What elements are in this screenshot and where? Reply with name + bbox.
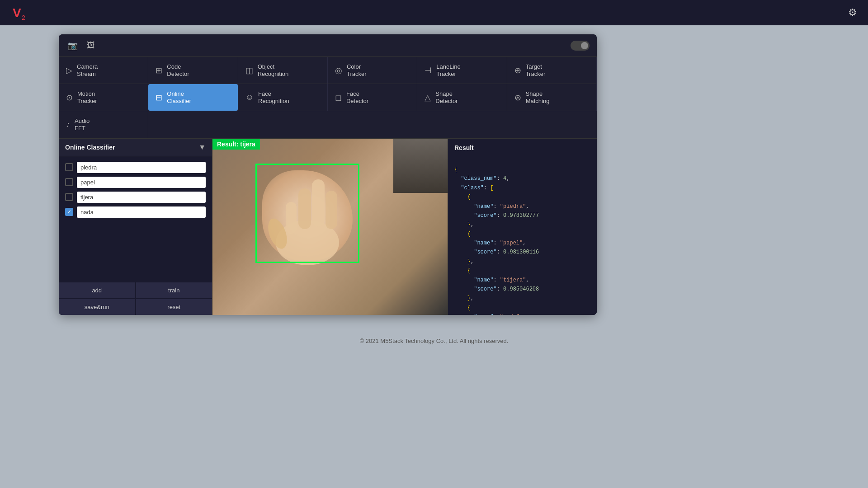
left-panel: Online Classifier ▼ xyxy=(59,139,212,315)
nav-code-detector[interactable]: ⊞ Code Detector xyxy=(148,57,238,84)
camera-feed xyxy=(212,139,448,315)
nav-face-recognition[interactable]: ☺ Face Recognition xyxy=(238,84,328,111)
nav-shape-matching[interactable]: ⊛ Shape Matching xyxy=(507,84,597,111)
save-run-button[interactable]: save&run xyxy=(59,299,135,315)
class-input-nada[interactable] xyxy=(77,206,206,218)
nav-face-detector-label: Face Detector xyxy=(346,90,368,104)
nav-laneline-tracker[interactable]: ⊣ LaneLine Tracker xyxy=(417,57,507,84)
result-title: Result xyxy=(454,144,590,151)
svg-text:V: V xyxy=(13,6,21,20)
image-icon[interactable]: 🖼 xyxy=(85,39,97,52)
main-window: 📷 🖼 ▷ Camera Stream ⊞ Code Detector ◫ Ob… xyxy=(59,34,597,315)
reset-button[interactable]: reset xyxy=(136,299,212,315)
nav-online-classifier-label: Online Classifier xyxy=(167,90,191,104)
footer-text: © 2021 M5Stack Technology Co., Ltd. All … xyxy=(360,338,509,344)
shape-detector-icon: △ xyxy=(425,93,431,103)
nav-target-tracker[interactable]: ⊕ Target Tracker xyxy=(507,57,597,84)
face-detector-icon: ◻ xyxy=(335,93,342,103)
svg-text:2: 2 xyxy=(22,14,25,21)
audio-fft-icon: ♪ xyxy=(66,120,70,129)
nav-laneline-tracker-label: LaneLine Tracker xyxy=(436,63,461,77)
keyboard-area xyxy=(393,139,448,193)
face-recognition-icon: ☺ xyxy=(245,93,254,102)
color-tracker-icon: ◎ xyxy=(335,66,342,75)
settings-icon[interactable]: ⚙ xyxy=(848,7,857,19)
panel-title: Online Classifier xyxy=(65,144,115,151)
nav-color-tracker[interactable]: ◎ Color Tracker xyxy=(328,57,417,84)
online-classifier-icon: ⊟ xyxy=(156,93,162,103)
classes-list: ✓ xyxy=(59,156,212,282)
motion-tracker-icon: ⊙ xyxy=(66,93,73,103)
nav-object-recognition[interactable]: ◫ Object Recognition xyxy=(238,57,328,84)
toggle-button[interactable] xyxy=(571,41,590,51)
panel-collapse-icon[interactable]: ▼ xyxy=(198,143,206,151)
class-row-piedra xyxy=(65,162,206,173)
nav-camera-stream-label: Camera Stream xyxy=(77,63,98,77)
nav-code-detector-label: Code Detector xyxy=(167,63,189,77)
nav-audio-fft[interactable]: ♪ Audio FFT xyxy=(59,111,148,138)
nav-row-2: ⊙ Motion Tracker ⊟ Online Classifier ☺ F… xyxy=(59,84,597,111)
nav-motion-tracker[interactable]: ⊙ Motion Tracker xyxy=(59,84,148,111)
code-detector-icon: ⊞ xyxy=(156,66,162,75)
class-checkbox-papel[interactable] xyxy=(65,178,73,186)
top-bar: V 2 ⚙ xyxy=(0,0,868,25)
nav-online-classifier[interactable]: ⊟ Online Classifier xyxy=(148,84,238,111)
nav-camera-stream[interactable]: ▷ Camera Stream xyxy=(59,57,148,84)
nav-color-tracker-label: Color Tracker xyxy=(347,63,367,77)
nav-shape-detector[interactable]: △ Shape Detector xyxy=(417,84,507,111)
target-tracker-icon: ⊕ xyxy=(514,66,521,75)
add-button[interactable]: add xyxy=(59,282,135,298)
panel-header: Online Classifier ▼ xyxy=(59,139,212,156)
class-row-papel xyxy=(65,177,206,188)
shape-matching-icon: ⊛ xyxy=(514,93,521,103)
content-area: Online Classifier ▼ xyxy=(59,139,597,315)
result-json: { "class_num": 4, "class": [ { "name": "… xyxy=(454,156,590,315)
nav-face-detector[interactable]: ◻ Face Detector xyxy=(328,84,417,111)
camera-icon[interactable]: 📷 xyxy=(66,39,80,52)
train-button[interactable]: train xyxy=(136,282,212,298)
panel-buttons: add train save&run reset xyxy=(59,282,212,315)
class-checkbox-nada[interactable]: ✓ xyxy=(65,208,73,216)
nav-motion-tracker-label: Motion Tracker xyxy=(77,90,97,104)
object-recognition-icon: ◫ xyxy=(245,66,253,75)
camera-view: Result: tijera xyxy=(212,139,448,315)
class-input-papel[interactable] xyxy=(77,177,206,188)
laneline-tracker-icon: ⊣ xyxy=(425,66,432,75)
class-input-tijera[interactable] xyxy=(77,192,206,203)
class-input-piedra[interactable] xyxy=(77,162,206,173)
nav-object-recognition-label: Object Recognition xyxy=(258,63,289,77)
class-checkbox-tijera[interactable] xyxy=(65,193,73,201)
nav-shape-detector-label: Shape Detector xyxy=(435,90,458,104)
app-logo: V 2 xyxy=(11,3,31,23)
nav-face-recognition-label: Face Recognition xyxy=(258,90,289,104)
window-toolbar: 📷 🖼 xyxy=(59,34,597,57)
result-label: Result: tijera xyxy=(212,139,260,150)
nav-row-1: ▷ Camera Stream ⊞ Code Detector ◫ Object… xyxy=(59,57,597,84)
nav-shape-matching-label: Shape Matching xyxy=(526,90,550,104)
nav-audio-fft-label: Audio FFT xyxy=(75,117,90,131)
bounding-box xyxy=(255,164,359,263)
nav-target-tracker-label: Target Tracker xyxy=(526,63,546,77)
right-panel: Result { "class_num": 4, "class": [ { "n… xyxy=(448,139,597,315)
nav-row-3: ♪ Audio FFT xyxy=(59,111,597,138)
camera-stream-icon: ▷ xyxy=(66,66,72,75)
class-row-tijera xyxy=(65,192,206,203)
footer: © 2021 M5Stack Technology Co., Ltd. All … xyxy=(0,324,868,358)
class-checkbox-piedra[interactable] xyxy=(65,163,73,171)
class-row-nada: ✓ xyxy=(65,206,206,218)
